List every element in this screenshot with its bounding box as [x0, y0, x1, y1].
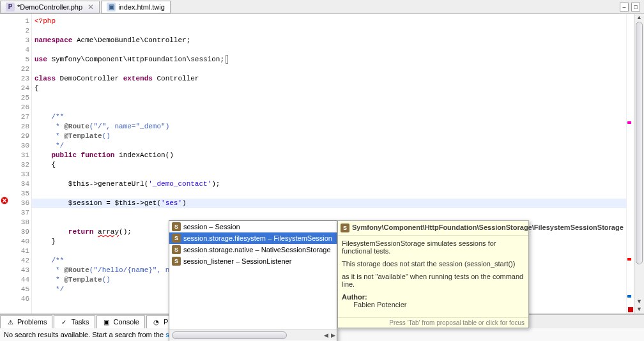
annotation-ruler	[0, 14, 10, 314]
tab-problems[interactable]: ⚠ Problems	[0, 315, 52, 328]
tab-label: *DemoController.php	[17, 3, 82, 11]
service-icon: S	[341, 224, 349, 232]
editor-tab-bar: P *DemoController.php ✕ ▣ index.html.twi…	[0, 0, 644, 14]
scroll-right-arrow[interactable]: ▶	[330, 332, 337, 338]
problems-icon: ⚠	[6, 317, 15, 326]
horizontal-scrollbar[interactable]: ◀ ▶	[169, 330, 337, 340]
progress-icon: ◔	[152, 317, 161, 326]
line-number-gutter: 1 2 3 4 5 22 23 24 25 26 27 28 29 30 31 …	[10, 14, 32, 314]
scroll-down-arrow[interactable]: ▼	[634, 298, 644, 306]
autocomplete-item[interactable]: Ssession.storage.filesystem – Filesystem…	[169, 232, 337, 244]
tasks-icon: ✓	[59, 317, 68, 326]
close-icon[interactable]: ✕	[88, 3, 94, 11]
documentation-popup[interactable]: S Symfony\Component\HttpFoundation\Sessi…	[337, 220, 529, 328]
doc-hint: Press 'Tab' from proposal table or click…	[338, 317, 528, 328]
vertical-scrollbar[interactable]: ▲ ▼ ▼	[634, 14, 644, 314]
php-file-icon: P	[6, 3, 15, 11]
minimize-button[interactable]: –	[620, 3, 629, 11]
console-icon: ▣	[102, 317, 111, 326]
service-icon: S	[172, 234, 181, 243]
window-controls: – □	[620, 3, 644, 11]
tab-index-twig[interactable]: ▣ index.html.twig	[101, 1, 171, 13]
doc-title: Symfony\Component\HttpFoundation\Session…	[352, 224, 624, 232]
scroll-up-arrow[interactable]: ▲	[634, 14, 644, 22]
service-icon: S	[172, 245, 181, 254]
service-icon: S	[172, 222, 181, 231]
tab-tasks[interactable]: ✓ Tasks	[54, 315, 95, 328]
scroll-down-arrow[interactable]: ▼	[634, 306, 644, 314]
code-editor[interactable]: 1 2 3 4 5 22 23 24 25 26 27 28 29 30 31 …	[0, 14, 644, 314]
scroll-thumb[interactable]	[172, 331, 287, 339]
autocomplete-popup: Ssession – Session Ssession.storage.file…	[169, 220, 337, 341]
error-icon	[0, 196, 9, 205]
autocomplete-item[interactable]: Ssession.storage.native – NativeSessionS…	[169, 244, 337, 255]
scroll-left-arrow[interactable]: ◀	[323, 332, 330, 338]
tab-label: index.html.twig	[118, 3, 165, 11]
doc-body: FilesystemSessionStorage simulates sessi…	[338, 236, 528, 317]
overview-ruler[interactable]	[626, 14, 634, 314]
tab-democontroller[interactable]: P *DemoController.php ✕	[0, 1, 100, 13]
error-summary-icon[interactable]	[628, 307, 633, 312]
scroll-thumb[interactable]	[636, 22, 643, 264]
autocomplete-item[interactable]: Ssession – Session	[169, 221, 337, 232]
service-icon: S	[172, 257, 181, 266]
tab-console[interactable]: ▣ Console	[96, 315, 145, 328]
autocomplete-item[interactable]: Ssession_listener – SessionListener	[169, 255, 337, 267]
maximize-button[interactable]: □	[631, 3, 640, 11]
html-file-icon: ▣	[107, 3, 116, 11]
